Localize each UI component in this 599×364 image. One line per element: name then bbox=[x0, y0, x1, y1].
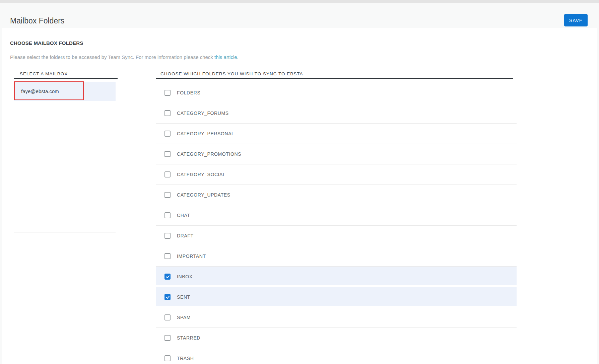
mailbox-panel: SELECT A MAILBOX faye@ebsta.com bbox=[14, 71, 118, 101]
folder-checkbox[interactable] bbox=[164, 171, 171, 177]
folder-row[interactable]: CATEGORY_FORUMS bbox=[156, 103, 517, 124]
folder-checkbox[interactable] bbox=[164, 110, 171, 116]
mailbox-folders-page: Mailbox Folders SAVE CHOOSE MAILBOX FOLD… bbox=[0, 0, 599, 364]
folder-checkbox[interactable] bbox=[164, 355, 171, 361]
folder-label: CATEGORY_PERSONAL bbox=[177, 131, 235, 136]
folder-row[interactable]: STARRED bbox=[156, 328, 517, 348]
folder-row[interactable]: SPAM bbox=[156, 307, 517, 328]
folder-row[interactable]: IMPORTANT bbox=[156, 246, 517, 267]
folder-label: FOLDERS bbox=[177, 90, 200, 95]
folder-checkbox[interactable] bbox=[164, 274, 171, 280]
folder-label: INBOX bbox=[177, 274, 193, 279]
folder-row[interactable]: CATEGORY_PERSONAL bbox=[156, 124, 517, 144]
page-title: Mailbox Folders bbox=[10, 16, 64, 25]
folder-checkbox[interactable] bbox=[164, 151, 171, 157]
folder-checkbox[interactable] bbox=[164, 314, 171, 320]
folder-checkbox[interactable] bbox=[164, 233, 171, 239]
folder-label: CATEGORY_PROMOTIONS bbox=[177, 151, 241, 157]
folder-row[interactable]: CHAT bbox=[156, 205, 517, 226]
app-header: Mailbox Folders SAVE bbox=[0, 3, 599, 28]
mailbox-column-header: SELECT A MAILBOX bbox=[14, 71, 118, 79]
folder-label: SENT bbox=[177, 294, 190, 300]
mailbox-panel-divider bbox=[14, 232, 116, 232]
content-card: CHOOSE MAILBOX FOLDERS Please select the… bbox=[2, 28, 597, 364]
folder-row[interactable]: DRAFT bbox=[156, 226, 517, 246]
folder-row[interactable]: FOLDERS bbox=[156, 83, 517, 103]
folders-column-header: CHOOSE WHICH FOLDERS YOU WISH TO SYNC TO… bbox=[156, 71, 513, 79]
folder-label: CATEGORY_UPDATES bbox=[177, 192, 230, 198]
folder-label: STARRED bbox=[177, 335, 200, 341]
folder-list: FOLDERS CATEGORY_FORUMS CATEGORY_PERSONA… bbox=[156, 83, 517, 364]
mailbox-list-item[interactable]: faye@ebsta.com bbox=[14, 82, 116, 101]
folder-label: CHAT bbox=[177, 213, 190, 218]
section-description-text: Please select the folders to be accessed… bbox=[10, 54, 214, 60]
folder-row[interactable]: CATEGORY_SOCIAL bbox=[156, 164, 517, 185]
folder-row[interactable]: CATEGORY_UPDATES bbox=[156, 185, 517, 205]
folder-row[interactable]: INBOX bbox=[156, 267, 517, 287]
folder-label: CATEGORY_SOCIAL bbox=[177, 172, 225, 177]
folder-label: IMPORTANT bbox=[177, 253, 206, 259]
folder-checkbox[interactable] bbox=[164, 335, 171, 341]
folder-label: CATEGORY_FORUMS bbox=[177, 111, 229, 116]
folder-checkbox[interactable] bbox=[164, 131, 171, 137]
folder-label: DRAFT bbox=[177, 233, 194, 238]
folder-checkbox[interactable] bbox=[164, 90, 171, 96]
folder-checkbox[interactable] bbox=[164, 212, 171, 218]
folder-row[interactable]: SENT bbox=[156, 287, 517, 307]
folder-row[interactable]: CATEGORY_PROMOTIONS bbox=[156, 144, 517, 164]
folder-row[interactable]: TRASH bbox=[156, 348, 517, 364]
window-top-strip bbox=[0, 0, 599, 3]
folder-checkbox[interactable] bbox=[164, 294, 171, 300]
folder-label: SPAM bbox=[177, 315, 191, 320]
section-description: Please select the folders to be accessed… bbox=[10, 54, 239, 60]
save-button[interactable]: SAVE bbox=[564, 14, 588, 26]
folder-label: TRASH bbox=[177, 356, 194, 361]
folders-panel: CHOOSE WHICH FOLDERS YOU WISH TO SYNC TO… bbox=[156, 71, 517, 364]
article-link[interactable]: this article. bbox=[214, 54, 239, 60]
folder-checkbox[interactable] bbox=[164, 192, 171, 198]
folder-checkbox[interactable] bbox=[164, 253, 171, 259]
section-heading: CHOOSE MAILBOX FOLDERS bbox=[10, 40, 83, 46]
